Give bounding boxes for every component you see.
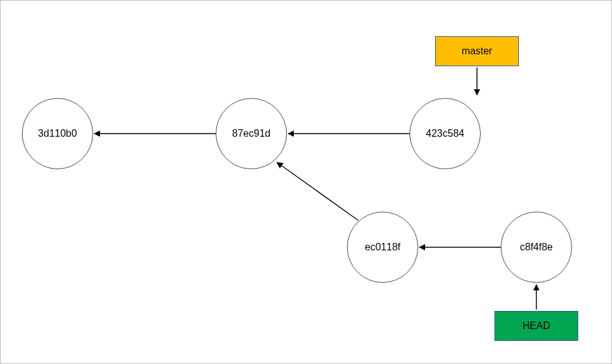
commit-node-4: ec0118f [347, 212, 418, 283]
ref-head: HEAD [494, 311, 578, 341]
commit-node-2: 87ec91d [216, 98, 287, 169]
commit-hash: ec0118f [365, 242, 401, 253]
commit-hash: 423c584 [426, 128, 464, 139]
commit-node-5: c8f4f8e [501, 212, 572, 283]
diagram-canvas: 3d110b0 87ec91d 423c584 ec0118f c8f4f8e … [0, 0, 612, 364]
ref-label: HEAD [523, 320, 550, 332]
commit-hash: c8f4f8e [520, 242, 553, 253]
commit-hash: 3d110b0 [38, 128, 77, 139]
ref-master: master [435, 36, 519, 66]
arrow-c4-c2 [277, 162, 358, 220]
commit-node-3: 423c584 [409, 98, 481, 169]
ref-label: master [462, 46, 493, 57]
commit-node-1: 3d110b0 [22, 98, 93, 169]
commit-hash: 87ec91d [232, 128, 270, 139]
arrows-layer [1, 1, 612, 364]
